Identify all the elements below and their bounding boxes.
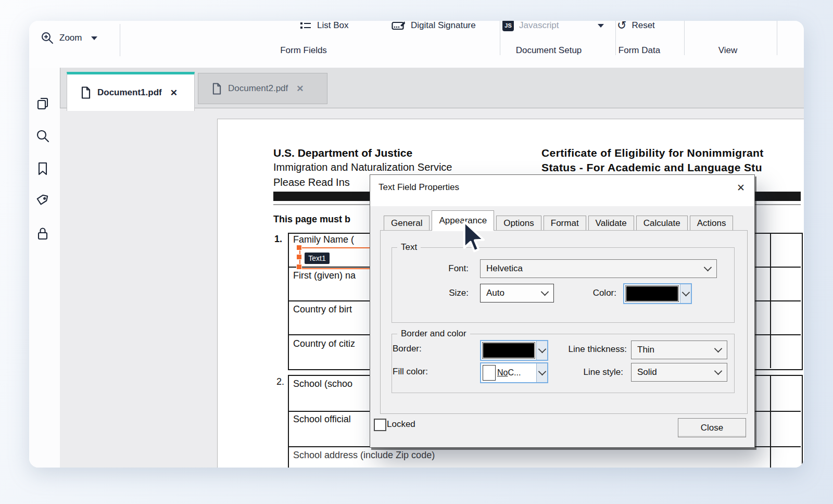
close-button-label: Close	[701, 423, 723, 433]
chevron-down-icon	[538, 368, 547, 376]
js-icon: JS	[502, 21, 514, 31]
pdf-agency-line2: Immigration and Naturalization Service	[273, 161, 452, 173]
dialog-tab-label: General	[391, 218, 422, 229]
chevron-down-icon	[704, 263, 712, 272]
digital-signature-button[interactable]: Digital Signature	[392, 21, 476, 33]
dialog-tab-label: Options	[503, 218, 534, 229]
line-style-select[interactable]: Solid	[631, 363, 727, 382]
selection-handle[interactable]	[296, 264, 302, 270]
mouse-cursor	[458, 220, 490, 257]
zoom-label: Zoom	[59, 33, 82, 43]
text-field-properties-dialog: Text Field Properties ✕ General Appearan…	[370, 174, 755, 448]
dialog-tab-actions[interactable]: Actions	[690, 216, 734, 231]
selection-handle[interactable]	[296, 254, 302, 260]
fill-color-picker[interactable]: No C...	[480, 362, 548, 383]
chevron-down-icon	[541, 288, 549, 296]
line-style-value: Solid	[637, 367, 657, 377]
close-icon[interactable]: ✕	[296, 83, 304, 94]
signature-icon	[392, 21, 406, 32]
fill-value-rest: C...	[508, 368, 521, 377]
color-label: Color:	[575, 288, 616, 298]
toolbar-divider	[684, 21, 685, 55]
zoom-in-icon	[41, 31, 54, 45]
digital-signature-label: Digital Signature	[411, 21, 476, 31]
close-button[interactable]: Close	[678, 418, 746, 437]
fill-color-label: Fill color:	[393, 367, 428, 377]
line-style-label: Line style:	[561, 367, 623, 377]
tag-icon[interactable]	[35, 193, 52, 210]
chevron-down-icon	[598, 24, 604, 28]
lock-icon[interactable]	[35, 226, 52, 243]
tab-document1[interactable]: Document1.pdf ✕	[67, 72, 195, 111]
file-icon	[212, 83, 222, 95]
dialog-title: Text Field Properties	[378, 182, 459, 193]
pdf-row-label: School address (include Zip code)	[293, 450, 435, 461]
fill-value-underlined: No	[497, 368, 508, 377]
chevron-down-icon	[714, 345, 723, 353]
fill-color-value: No C...	[497, 363, 536, 382]
dialog-tab-label: Actions	[697, 218, 726, 229]
fill-swatch	[483, 365, 496, 381]
pdf-cert-title1: Certificate of Eligibility for Nonimmigr…	[541, 147, 764, 159]
font-select[interactable]: Helvetica	[480, 259, 717, 278]
dialog-tab-label: Format	[551, 218, 579, 229]
line-thickness-label: Line thickness:	[554, 344, 627, 355]
dialog-tab-label: Validate	[596, 218, 627, 229]
border-group-label: Border and color	[397, 329, 470, 338]
locked-checkbox[interactable]	[374, 419, 386, 431]
list-box-label: List Box	[317, 21, 348, 31]
pdf-row-label: Country of citiz	[293, 338, 355, 349]
size-label: Size:	[427, 288, 469, 298]
pdf-table-vline	[770, 233, 771, 368]
chevron-down-icon	[538, 345, 547, 354]
dialog-tab-calculate[interactable]: Calculate	[636, 216, 688, 231]
selection-handle[interactable]	[296, 245, 302, 250]
section-document-setup: Document Setup	[502, 45, 596, 56]
tab-document2[interactable]: Document2.pdf ✕	[198, 73, 327, 104]
color-swatch	[483, 343, 535, 358]
javascript-label: Javascript	[519, 21, 559, 31]
pdf-item2-number: 2.	[276, 376, 284, 387]
color-dropdown[interactable]	[680, 284, 691, 303]
pdf-instruction: This page must b	[273, 214, 350, 225]
dialog-tab-label: Calculate	[643, 218, 680, 229]
tab-document2-label: Document2.pdf	[228, 83, 288, 94]
search-icon[interactable]	[35, 128, 52, 145]
dialog-tab-general[interactable]: General	[384, 216, 430, 231]
fill-color-dropdown[interactable]	[536, 363, 547, 382]
pdf-agency-title: U.S. Department of Justice	[273, 147, 412, 159]
dialog-tab-validate[interactable]: Validate	[588, 216, 634, 231]
zoom-button[interactable]: Zoom	[41, 30, 97, 46]
reset-button[interactable]: ↺ Reset	[617, 21, 655, 33]
close-icon[interactable]: ✕	[170, 87, 178, 98]
pdf-cert-title2: Status - For Academic and Language Stu	[541, 161, 762, 174]
tab-document1-label: Document1.pdf	[97, 87, 162, 98]
chevron-down-icon	[682, 288, 690, 297]
text-color-picker[interactable]	[623, 283, 692, 304]
dialog-tab-options[interactable]: Options	[496, 216, 541, 231]
toolbar-divider	[777, 21, 777, 55]
section-view: View	[681, 45, 775, 56]
left-sidebar	[29, 68, 60, 468]
javascript-button[interactable]: JS Javascript	[502, 21, 604, 33]
pdf-row-label: School official	[293, 414, 351, 425]
toolbar: Zoom List Box Digital Signature JS Javas…	[29, 21, 804, 68]
text-group-label: Text	[397, 243, 421, 252]
border-color-picker[interactable]	[480, 340, 548, 361]
list-box-button[interactable]: List Box	[299, 21, 348, 33]
pdf-row-label: First (given) na	[293, 270, 356, 281]
section-form-fields: Form Fields	[257, 45, 350, 56]
pages-icon[interactable]	[35, 96, 52, 112]
border-label: Border:	[393, 344, 422, 354]
dialog-tab-format[interactable]: Format	[544, 216, 586, 231]
close-icon[interactable]: ✕	[734, 180, 748, 195]
size-select[interactable]: Auto	[480, 284, 554, 303]
dialog-tab-row: General Appearance Options Format Valida…	[384, 211, 735, 231]
list-box-icon	[299, 21, 312, 32]
bookmark-icon[interactable]	[35, 161, 52, 178]
line-thickness-value: Thin	[637, 345, 654, 355]
pdf-row-label: School (schoo	[293, 379, 352, 389]
line-thickness-select[interactable]: Thin	[631, 341, 727, 359]
border-color-dropdown[interactable]	[536, 341, 547, 360]
reset-label: Reset	[632, 21, 654, 31]
